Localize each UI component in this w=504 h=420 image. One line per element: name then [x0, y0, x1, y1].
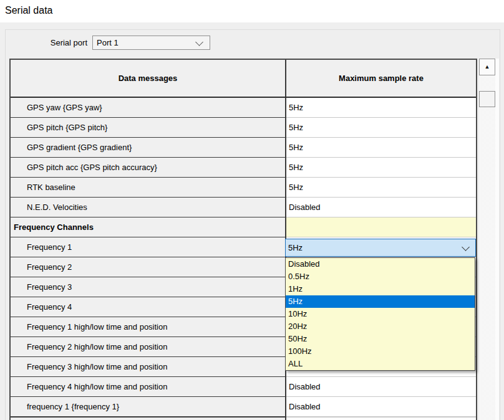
row-label: Frequency 3 — [27, 282, 72, 292]
row-value-cell[interactable]: 5Hz — [286, 178, 476, 198]
row-label: Frequency 3 high/low time and position — [27, 362, 167, 371]
table-row: N.E.D. Velocities Disabled — [11, 198, 476, 217]
row-value: Disabled — [289, 382, 321, 391]
row-label-cell: GPS gradient {GPS gradient} — [11, 138, 286, 158]
row-value-cell[interactable]: 5Hz — [286, 118, 476, 138]
vertical-scrollbar[interactable]: ▲ — [479, 59, 495, 420]
scroll-up-button[interactable]: ▲ — [479, 59, 495, 75]
serial-port-label: Serial port — [22, 37, 87, 48]
row-label: GPS pitch acc {GPS pitch accuracy} — [27, 163, 157, 172]
row-label-cell: Frequency 1 — [11, 237, 286, 257]
table-row: Frequency 4 high/low time and position D… — [11, 377, 476, 397]
row-label: Frequency 1 high/low time and position — [27, 322, 167, 332]
row-label-cell: Frequency 3 — [11, 277, 286, 297]
serial-port-value: Port 1 — [97, 38, 119, 47]
sample-rate-selected-value: 5Hz — [288, 243, 303, 252]
table-header-row: Data messages Maximum sample rate — [11, 60, 476, 98]
row-label-cell: GPS pitch acc {GPS pitch accuracy} — [11, 158, 286, 178]
row-label-cell: Frequency 4 high/low time and position — [11, 377, 286, 397]
sample-rate-combobox[interactable]: 5Hz — [285, 239, 476, 257]
row-value-cell — [286, 417, 476, 420]
sample-rate-dropdown-list: Disabled0.5Hz1Hz5Hz10Hz20Hz50Hz100HzALL — [285, 257, 475, 371]
dropdown-option[interactable]: 100Hz — [286, 345, 475, 358]
dropdown-option[interactable]: 1Hz — [286, 283, 475, 295]
row-label-cell: Frequency 2 high/low time and position — [11, 337, 286, 357]
table-row: frequency 1 {frequency 1} Disabled — [11, 397, 476, 417]
serial-port-select[interactable]: Port 1 — [92, 36, 210, 50]
row-label: Frequency 4 — [27, 302, 72, 312]
row-label-cell: N.E.D. Velocities — [11, 198, 286, 217]
row-value: Disabled — [289, 203, 321, 212]
table-row: GPS pitch acc {GPS pitch accuracy} 5Hz — [11, 158, 476, 178]
row-label-cell: GPS pitch {GPS pitch} — [11, 118, 286, 138]
page-title: Serial data — [5, 5, 53, 16]
row-value-cell[interactable]: 5Hz — [286, 98, 476, 118]
chevron-down-icon — [195, 38, 203, 46]
row-value-cell[interactable]: Disabled — [286, 198, 476, 217]
dropdown-option[interactable]: 20Hz — [286, 320, 475, 333]
row-label-cell: Frequency 2 — [11, 257, 286, 277]
row-value: 5Hz — [289, 123, 303, 132]
dropdown-option[interactable]: 5Hz — [286, 295, 475, 308]
row-label: Frequency Channels — [14, 222, 94, 232]
row-value: 5Hz — [289, 183, 303, 192]
row-value: Disabled — [289, 402, 321, 411]
dropdown-option[interactable]: 50Hz — [286, 333, 475, 345]
dropdown-option[interactable]: Disabled — [286, 258, 475, 270]
row-label-cell: Frequency 3 high/low time and position — [11, 357, 286, 377]
table-row: GPS gradient {GPS gradient} 5Hz — [11, 138, 476, 158]
scrollbar-thumb[interactable] — [479, 91, 495, 107]
table-row: GPS pitch {GPS pitch} 5Hz — [11, 118, 476, 138]
row-value: 5Hz — [289, 163, 303, 172]
table-row: Frequency Channels — [11, 217, 476, 237]
row-label: GPS gradient {GPS gradient} — [27, 143, 132, 152]
row-label: GPS pitch {GPS pitch} — [27, 123, 107, 132]
row-label-cell — [11, 417, 286, 420]
row-label-cell: Frequency 4 — [11, 297, 286, 317]
row-label-cell: frequency 1 {frequency 1} — [11, 397, 286, 417]
row-label: N.E.D. Velocities — [27, 203, 87, 212]
row-value-cell[interactable]: 5Hz — [286, 158, 476, 178]
settings-panel: Serial port Port 1 Data messages Maximum… — [0, 22, 504, 420]
row-label: Frequency 2 high/low time and position — [27, 342, 167, 351]
table-row-partial — [11, 417, 476, 420]
column-header-data-messages: Data messages — [11, 60, 286, 97]
chevron-down-icon — [462, 243, 470, 251]
row-label: Frequency 1 — [27, 242, 72, 252]
row-value-cell[interactable] — [286, 217, 476, 237]
scrollbar-gutter — [495, 59, 499, 420]
row-value-cell[interactable]: Disabled — [286, 397, 476, 417]
row-value: 5Hz — [289, 103, 303, 112]
serial-data-window: Serial data Serial port Port 1 Data mess… — [0, 0, 504, 420]
row-value: 5Hz — [289, 143, 303, 152]
row-value-cell[interactable]: 5Hz — [286, 138, 476, 158]
row-label-cell: Frequency Channels — [11, 217, 286, 237]
row-label-cell: RTK baseline — [11, 178, 286, 198]
dropdown-option[interactable]: 10Hz — [286, 308, 475, 320]
row-label-cell: GPS yaw {GPS yaw} — [11, 98, 286, 118]
dropdown-option[interactable]: ALL — [286, 358, 475, 370]
table-row: RTK baseline 5Hz — [11, 178, 476, 198]
row-label: Frequency 2 — [27, 262, 72, 272]
row-label: GPS yaw {GPS yaw} — [27, 103, 102, 112]
row-value-cell[interactable]: Disabled — [286, 377, 476, 397]
row-label: Frequency 4 high/low time and position — [27, 382, 167, 391]
up-arrow-icon: ▲ — [485, 64, 490, 70]
dropdown-option[interactable]: 0.5Hz — [286, 270, 475, 283]
column-header-max-sample-rate: Maximum sample rate — [286, 60, 476, 97]
row-label: RTK baseline — [27, 183, 75, 192]
table-row: GPS yaw {GPS yaw} 5Hz — [11, 98, 476, 118]
row-label-cell: Frequency 1 high/low time and position — [11, 317, 286, 337]
row-label: frequency 1 {frequency 1} — [27, 402, 119, 411]
